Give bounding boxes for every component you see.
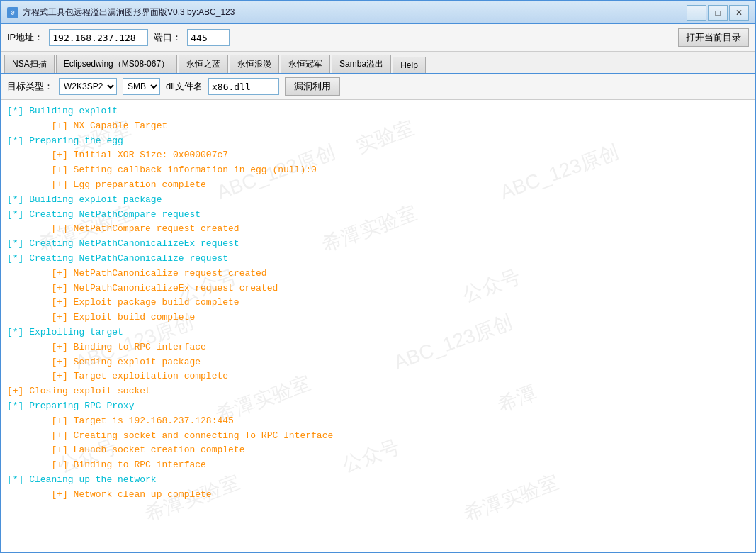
console-line: [+] Target exploitation complete [7,369,749,384]
console-line: [+] Binding to RPC interface [7,458,749,473]
console-line: [+] NX Capable Target [7,119,749,134]
smb-select[interactable]: SMB [123,78,160,95]
console-line: [*] Preparing the egg [7,134,749,149]
maximize-button[interactable]: □ [708,5,728,21]
console-line: [*] Creating NetPathCanonicalize request [7,252,749,267]
tab-bar: NSA扫描 Eclipsedwing（MS08-067） 永恒之蓝 永恒浪漫 永… [1,52,755,74]
console-line: [*] Creating NetPathCanonicalizeEx reque… [7,237,749,252]
titlebar: ⚙ 方程式工具包远程溢出漏洞图形界面版V0.3 by:ABC_123 ─ □ ✕ [1,1,755,24]
console-line: [+] NetPathCanonicalize request created [7,267,749,281]
console-area: 实验室 实验室 ABC_123原创 ABC_123原创 希潭实验室 希潭实验室 … [1,100,755,552]
target-select[interactable]: W2K3SP2 [59,78,117,95]
console-line: [+] Egg preparation complete [7,178,749,193]
window-title: 方程式工具包远程溢出漏洞图形界面版V0.3 by:ABC_123 [23,6,687,18]
target-label: 目标类型： [7,80,53,93]
tab-samba[interactable]: Samba溢出 [332,55,391,73]
console-line: [+] Launch socket creation complete [7,443,749,458]
close-button[interactable]: ✕ [729,5,749,21]
port-input[interactable] [187,29,230,46]
console-line: [+] NetPathCanonicalizeEx request create… [7,281,749,296]
ip-toolbar: IP地址： 端口： 打开当前目录 [1,24,755,52]
dll-label: dll文件名 [166,80,203,93]
console-line: [*] Preparing RPC Proxy [7,399,749,414]
console-line: [+] NetPathCompare request created [7,222,749,237]
dll-input[interactable] [208,78,279,95]
tab-nsa[interactable]: NSA扫描 [4,55,55,73]
console-line: [*] Cleaning up the network [7,473,749,488]
console-line: [+] Sending exploit package [7,355,749,370]
port-label: 端口： [154,31,181,44]
console-line: [*] Exploiting target [7,325,749,340]
minimize-button[interactable]: ─ [687,5,706,21]
console-output[interactable]: 实验室 实验室 ABC_123原创 ABC_123原创 希潭实验室 希潭实验室 … [1,100,755,552]
console-line: [*] Building exploit package [7,193,749,208]
console-line: [+] Closing exploit socket [7,384,749,399]
exploit-button[interactable]: 漏洞利用 [285,77,340,96]
ip-input[interactable] [49,29,148,46]
console-line: [+] Target is 192.168.237.128:445 [7,414,749,429]
main-window: ⚙ 方程式工具包远程溢出漏洞图形界面版V0.3 by:ABC_123 ─ □ ✕… [0,0,756,553]
console-line: [+] Network clean up complete [7,488,749,503]
console-line: [+] Creating socket and connecting To RP… [7,429,749,444]
console-line: [+] Setting callback information in egg … [7,163,749,178]
console-line: [+] Exploit package build complete [7,296,749,311]
console-line: [+] Initial XOR Size: 0x000007c7 [7,148,749,163]
tab-eternalblue[interactable]: 永恒之蓝 [179,55,228,73]
console-line: [+] Binding to RPC interface [7,340,749,355]
console-line: [+] Exploit build complete [7,311,749,325]
ip-label: IP地址： [7,31,43,44]
tab-eternalchampion[interactable]: 永恒冠军 [281,55,330,73]
tab-help[interactable]: Help [393,57,426,73]
console-line: [*] Building exploit [7,104,749,119]
open-dir-button[interactable]: 打开当前目录 [678,28,749,47]
tab-eclipsedwing[interactable]: Eclipsedwing（MS08-067） [56,55,177,73]
window-controls: ─ □ ✕ [687,5,749,21]
exploit-toolbar: 目标类型： W2K3SP2 SMB dll文件名 漏洞利用 [1,74,755,100]
console-line: [*] Creating NetPathCompare request [7,208,749,223]
tab-eternalromance[interactable]: 永恒浪漫 [230,55,279,73]
app-icon: ⚙ [7,7,18,18]
